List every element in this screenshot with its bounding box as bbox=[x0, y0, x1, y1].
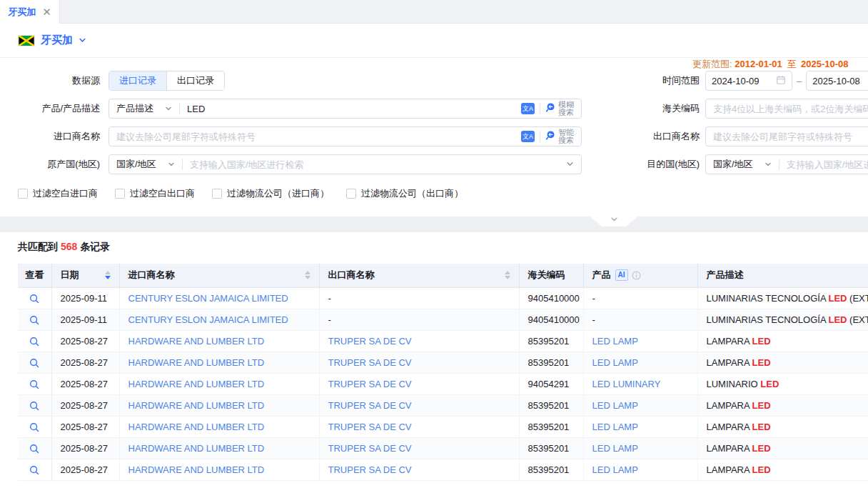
importer-input[interactable] bbox=[109, 131, 521, 142]
cell-description-pre: LUMINARIAS TECNOLOGÍA bbox=[707, 293, 829, 304]
view-record-button[interactable] bbox=[29, 422, 39, 432]
column-header-2[interactable]: 进口商名称 bbox=[119, 264, 319, 287]
fuzzy-search-button[interactable]: 模糊搜索 bbox=[545, 101, 575, 116]
view-record-button[interactable] bbox=[29, 401, 39, 411]
product-field-select[interactable]: 产品描述 bbox=[109, 102, 179, 115]
view-record-button[interactable] bbox=[29, 315, 39, 325]
exporter-link[interactable]: TRUPER SA DE CV bbox=[328, 422, 412, 432]
importer-link[interactable]: CENTURY ESLON JAMAICA LIMITED bbox=[128, 314, 288, 325]
cell-hs-code: 9405410000 bbox=[528, 293, 580, 304]
importer-link[interactable]: HARDWARE AND LUMBER LTD bbox=[128, 336, 265, 347]
exporter-input[interactable] bbox=[706, 131, 868, 142]
exporter-link[interactable]: TRUPER SA DE CV bbox=[328, 400, 412, 411]
checkbox[interactable] bbox=[212, 189, 222, 199]
column-header-4: 海关编码 bbox=[519, 264, 583, 287]
importer-link[interactable]: HARDWARE AND LUMBER LTD bbox=[128, 379, 265, 389]
column-label: 产品描述 bbox=[707, 269, 744, 282]
view-record-button[interactable] bbox=[29, 337, 39, 347]
filter-checkbox-0[interactable]: 过滤空白进口商 bbox=[18, 187, 98, 200]
column-label: 海关编码 bbox=[528, 269, 565, 282]
exporter-link[interactable]: TRUPER SA DE CV bbox=[328, 464, 412, 475]
destination-type-select[interactable]: 国家/地区 bbox=[706, 158, 779, 171]
jamaica-flag-icon bbox=[18, 35, 35, 46]
view-record-button[interactable] bbox=[29, 358, 39, 368]
product-label: 产品/产品描述 bbox=[0, 102, 100, 115]
column-header-0: 查看 bbox=[18, 264, 51, 287]
cell-hs-code: 85395201 bbox=[528, 464, 570, 475]
chevron-down-icon bbox=[764, 159, 772, 170]
checkbox[interactable] bbox=[18, 189, 28, 199]
ai-badge: AI bbox=[615, 269, 628, 281]
sort-control[interactable] bbox=[505, 271, 510, 279]
cell-hs-code: 85395201 bbox=[528, 443, 570, 454]
segment-export-records[interactable]: 出口记录 bbox=[166, 71, 224, 90]
update-range: 更新范围: 2012-01-01 至 2025-10-08 bbox=[0, 59, 868, 69]
product-link[interactable]: LED LAMP bbox=[592, 336, 638, 347]
importer-link[interactable]: HARDWARE AND LUMBER LTD bbox=[128, 400, 265, 411]
country-name[interactable]: 牙买加 bbox=[41, 34, 73, 47]
info-icon[interactable] bbox=[632, 271, 641, 280]
destination-input[interactable] bbox=[779, 159, 868, 170]
origin-input[interactable] bbox=[183, 159, 566, 170]
filter-checkbox-1[interactable]: 过滤空白出口商 bbox=[115, 187, 195, 200]
column-label: 产品 bbox=[592, 269, 611, 282]
importer-link[interactable]: HARDWARE AND LUMBER LTD bbox=[128, 422, 265, 432]
view-record-button[interactable] bbox=[29, 294, 39, 304]
segment-import-records[interactable]: 进口记录 bbox=[109, 71, 166, 90]
cell-description-highlight: LED bbox=[752, 400, 771, 411]
product-link[interactable]: LED LAMP bbox=[592, 443, 638, 454]
checkbox[interactable] bbox=[115, 189, 125, 199]
cell-description-pre: LUMINARIAS TECNOLOGÍA bbox=[707, 314, 829, 325]
checkbox[interactable] bbox=[346, 189, 356, 199]
product-link[interactable]: LED LAMP bbox=[592, 422, 638, 432]
cell-hs-code: 85395201 bbox=[528, 357, 570, 368]
importer-link[interactable]: HARDWARE AND LUMBER LTD bbox=[128, 357, 265, 368]
hs-code-control bbox=[705, 99, 868, 119]
hs-code-label: 海关编码 bbox=[582, 102, 700, 115]
exporter-link[interactable]: TRUPER SA DE CV bbox=[328, 379, 412, 389]
exporter-link[interactable]: TRUPER SA DE CV bbox=[328, 443, 412, 454]
smart-search-button[interactable]: 智能搜索 bbox=[545, 129, 575, 144]
cell-description-pre: LAMPARA bbox=[707, 336, 752, 347]
view-record-button[interactable] bbox=[29, 444, 39, 454]
column-label: 出口商名称 bbox=[328, 269, 375, 282]
column-header-3[interactable]: 出口商名称 bbox=[319, 264, 519, 287]
checkbox-label: 过滤物流公司（进口商） bbox=[227, 187, 329, 200]
row-product-hscode: 产品/产品描述 产品描述 文A 模糊搜索 bbox=[0, 99, 868, 119]
start-date-input[interactable]: 2024-10-09 bbox=[705, 71, 792, 91]
product-link[interactable]: LED LAMP bbox=[592, 357, 638, 368]
end-date-input[interactable]: 2025-10-08 bbox=[806, 71, 868, 91]
product-link[interactable]: LED LAMP bbox=[592, 464, 638, 475]
product-input[interactable] bbox=[180, 104, 521, 114]
cell-date: 2025-08-27 bbox=[61, 336, 108, 347]
filter-checkbox-2[interactable]: 过滤物流公司（进口商） bbox=[212, 187, 329, 200]
exporter-link[interactable]: TRUPER SA DE CV bbox=[328, 357, 412, 368]
view-record-button[interactable] bbox=[29, 379, 39, 389]
importer-link[interactable]: CENTURY ESLON JAMAICA LIMITED bbox=[128, 293, 288, 304]
close-icon[interactable]: ✕ bbox=[42, 6, 51, 17]
filter-checkbox-3[interactable]: 过滤物流公司（出口商） bbox=[346, 187, 463, 200]
importer-link[interactable]: HARDWARE AND LUMBER LTD bbox=[128, 443, 265, 454]
translate-icon[interactable]: 文A bbox=[521, 131, 535, 142]
sort-control[interactable] bbox=[305, 271, 311, 279]
cell-hs-code: 94054291 bbox=[528, 379, 570, 389]
hs-code-input[interactable] bbox=[706, 104, 868, 114]
product-link[interactable]: LED LUMINARY bbox=[592, 379, 661, 389]
origin-type-select[interactable]: 国家/地区 bbox=[109, 158, 182, 171]
column-header-6: 产品描述 bbox=[697, 264, 868, 287]
importer-link[interactable]: HARDWARE AND LUMBER LTD bbox=[128, 464, 265, 475]
chevron-down-icon[interactable] bbox=[566, 159, 581, 170]
translate-icon[interactable]: 文A bbox=[521, 103, 535, 114]
datasource-label: 数据源 bbox=[0, 74, 100, 87]
cell-description-pre: LUMINARIO bbox=[707, 379, 761, 389]
column-header-1[interactable]: 日期 bbox=[51, 264, 119, 287]
exporter-link[interactable]: TRUPER SA DE CV bbox=[328, 336, 412, 347]
filter-panel: 更新范围: 2012-01-01 至 2025-10-08 数据源 进口记录 出… bbox=[0, 57, 868, 216]
cell-description-highlight: LED bbox=[752, 357, 771, 368]
view-record-button[interactable] bbox=[29, 465, 39, 475]
chevron-down-icon[interactable] bbox=[79, 36, 86, 46]
product-link[interactable]: LED LAMP bbox=[592, 400, 638, 411]
sort-control[interactable] bbox=[105, 271, 111, 279]
destination-label: 目的国(地区) bbox=[582, 158, 700, 171]
tab-jamaica[interactable]: 牙买加 ✕ bbox=[0, 0, 60, 24]
